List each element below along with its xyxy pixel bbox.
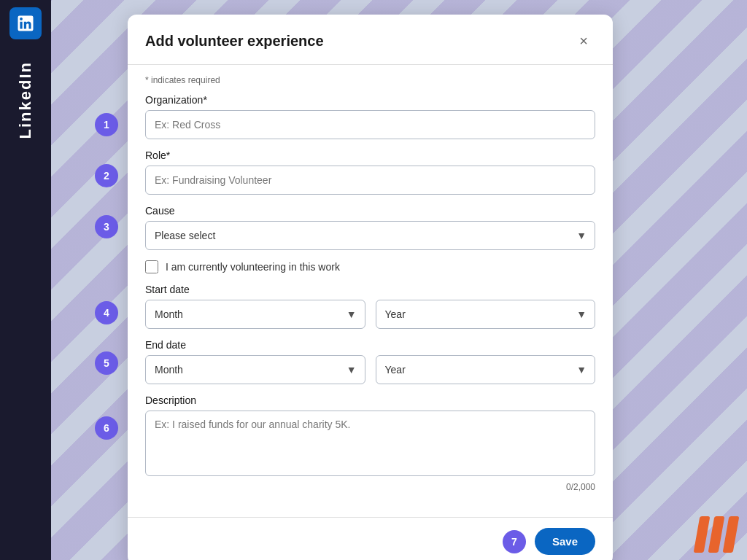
cause-select[interactable]: Please select [145,221,595,250]
step-6-bubble: 6 [95,416,118,440]
description-textarea[interactable] [145,411,595,476]
char-count: 0/2,000 [145,482,595,492]
step-3-bubble: 3 [95,215,118,238]
end-year-select[interactable]: Year 202420232022 202120202019 [376,355,596,384]
description-field-group: Description 0/2,000 [145,394,595,492]
currently-volunteering-row: I am currently volunteering in this work [145,260,595,273]
organization-field-group: Organization* [145,94,595,139]
step-7-bubble: 7 [503,530,526,553]
description-label: Description [145,394,595,406]
end-date-row: Month JanuaryFebruaryMarch AprilMayJune … [145,355,595,384]
start-date-row: Month JanuaryFebruaryMarch AprilMayJune … [145,300,595,329]
end-year-wrapper: Year 202420232022 202120202019 ▼ [376,355,596,384]
modal: Add volunteer experience × * indicates r… [128,15,613,560]
start-date-field-group: Start date Month JanuaryFebruaryMarch Ap… [145,284,595,329]
orange-mark-2 [708,516,725,553]
step-2-bubble: 2 [95,164,118,187]
end-date-label: End date [145,339,595,351]
start-month-wrapper: Month JanuaryFebruaryMarch AprilMayJune … [145,300,365,329]
modal-footer: 7 Save [128,517,613,560]
organization-input[interactable] [145,110,595,139]
role-input[interactable] [145,166,595,195]
step-1-bubble: 1 [95,113,118,136]
cause-label: Cause [145,205,595,217]
step-5-bubble: 5 [95,351,118,375]
modal-header: Add volunteer experience × [128,15,613,65]
required-note-text: * indicates required [145,75,595,85]
decorative-marks [697,516,736,553]
start-month-select[interactable]: Month JanuaryFebruaryMarch AprilMayJune … [145,300,365,329]
role-label: Role* [145,149,595,161]
linkedin-logo-icon [15,13,36,34]
modal-title: Add volunteer experience [145,33,324,50]
save-button[interactable]: Save [535,528,595,555]
start-date-label: Start date [145,284,595,295]
cause-field-group: Cause Please select ▼ [145,205,595,250]
linkedin-logo [9,7,42,39]
cause-select-wrapper: Please select ▼ [145,221,595,250]
currently-volunteering-checkbox[interactable] [145,260,158,273]
end-month-select[interactable]: Month JanuaryFebruaryMarch AprilMayJune … [145,355,365,384]
end-month-wrapper: Month JanuaryFebruaryMarch AprilMayJune … [145,355,365,384]
currently-volunteering-label: I am currently volunteering in this work [166,261,340,273]
end-date-field-group: End date Month JanuaryFebruaryMarch Apri… [145,339,595,384]
linkedin-text: LinkedIn [16,61,35,139]
modal-body: * indicates required Organization* Role*… [128,65,613,517]
linkedin-sidebar: LinkedIn [0,0,51,560]
start-year-wrapper: Year 202420232022 202120202019 ▼ [376,300,596,329]
step-4-bubble: 4 [95,301,118,324]
close-button[interactable]: × [572,29,595,52]
role-field-group: Role* [145,149,595,195]
organization-label: Organization* [145,94,595,106]
start-year-select[interactable]: Year 202420232022 202120202019 [376,300,596,329]
